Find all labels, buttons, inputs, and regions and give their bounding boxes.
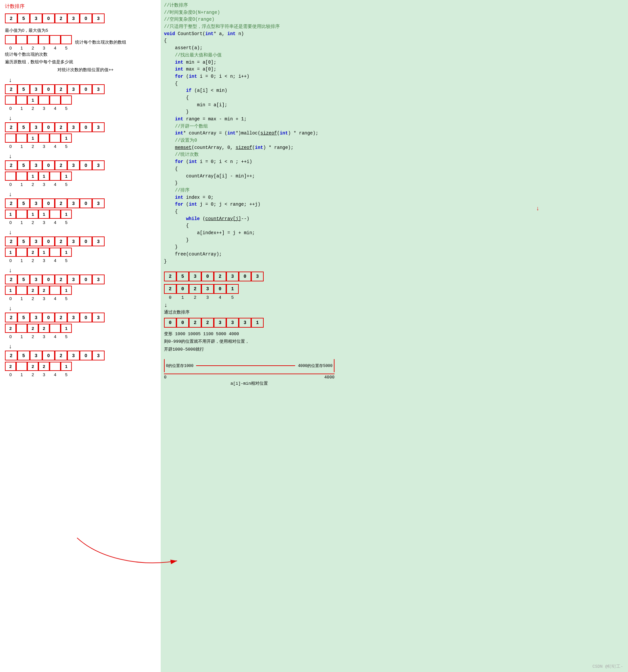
code-line-7: //找出最大值和最小值 [164, 52, 625, 59]
chart-x-label: a[i]-min相对位置 [164, 380, 335, 386]
note-line-1: 则0-999的位置就不用开辟，使用相对位置， [164, 338, 625, 345]
chart-x-4000: 4000 [324, 375, 335, 380]
step6-section: ↓ 2 5 3 0 2 3 0 3 1 2 2 1 0 1 [5, 267, 156, 301]
code-line-32: int index = 0; [164, 194, 625, 201]
code-line-13: if (a[i] < min) [164, 87, 625, 94]
chart-label-right: 4000的位置存5000 [298, 363, 333, 369]
final-count-index: 0 1 2 3 4 5 [164, 295, 625, 300]
sorted-result-row: 0 0 2 2 3 3 3 1 [164, 318, 625, 328]
step1-main-row: 2 5 3 0 2 3 0 3 [5, 84, 156, 94]
ce-1 [16, 35, 27, 44]
initial-array-section: 2 5 3 0 2 3 0 3 [5, 14, 156, 23]
code-line-41: } [164, 258, 625, 265]
code-line-12: { [164, 80, 625, 88]
step4-count-row: 1 1 1 1 [5, 210, 156, 219]
step5-count-row: 1 2 1 1 [5, 248, 156, 257]
step5-section: ↓ 2 5 3 0 2 3 0 3 1 2 1 1 0 1 [5, 229, 156, 263]
code-line-4: void CountSort(int* a, int n) [164, 30, 625, 38]
idx-2: 2 [27, 46, 39, 50]
arrow-down-3: ↓ [9, 153, 156, 160]
code-line-6: assert(a); [164, 45, 625, 52]
code-line-5: { [164, 38, 625, 45]
arrow-down-6: ↓ [9, 267, 156, 274]
step1-section: ↓ 2 5 3 0 2 3 0 3 1 0 1 [5, 77, 156, 111]
idx-1: 1 [16, 46, 27, 50]
title-section: 计数排序 [5, 3, 156, 9]
step5-main-row: 2 5 3 0 2 3 0 3 [5, 237, 156, 246]
stat-label: 统计每个数出现的次数 [5, 51, 156, 58]
arrow-down-7: ↓ [9, 305, 156, 312]
code-line-36: { [164, 222, 625, 230]
code-line-16: } [164, 109, 625, 116]
stat-desc3: 对统计次数的数组位置的值++ [57, 67, 156, 73]
code-line-1: //时间复杂度O(N+range) [164, 9, 625, 17]
step7-section: ↓ 2 5 3 0 2 3 0 3 2 2 2 1 0 1 [5, 305, 156, 339]
main-container: 计数排序 2 5 3 0 2 3 0 3 最小值为0，最大值为5 [0, 0, 628, 672]
code-line-35: while (countArray[j]--) [164, 215, 625, 223]
arr-4: 2 [55, 14, 67, 23]
step8-index-row: 0 1 2 3 4 5 [5, 372, 156, 377]
idx-3: 3 [39, 46, 50, 50]
chart-x-0: 0 [164, 375, 167, 380]
chart-label-left: 0的位置存1000 [166, 363, 193, 369]
code-line-22: //设置为0 [164, 137, 625, 144]
code-line-34: { [164, 208, 625, 215]
step7-index-row: 0 1 2 3 4 5 [5, 334, 156, 339]
ce-2 [27, 35, 39, 44]
code-line-26: for (int i = 0; i < n ; ++i) [164, 159, 625, 166]
arr-5: 3 [67, 14, 80, 23]
note-line-0: 变形 1000 10005 1100 5000 4000 [164, 331, 625, 337]
step3-count-row: 1 1 1 [5, 171, 156, 181]
code-line-27: { [164, 166, 625, 173]
code-line-9: int max = a[0]; [164, 66, 625, 73]
code-line-38: } [164, 237, 625, 244]
arrow-down-4: ↓ [9, 191, 156, 198]
code-line-37: a[index++] = j + min; [164, 230, 625, 237]
step3-section: ↓ 2 5 3 0 2 3 0 3 1 1 1 0 1 [5, 153, 156, 187]
arr-1: 5 [17, 14, 30, 23]
code-line-23: memset(countArray, 0, sizeof(int) * rang… [164, 144, 625, 151]
code-line-3: //只适用于整型，浮点型和字符串还是需要使用比较排序 [164, 23, 625, 30]
code-line-19: //开辟一个数组 [164, 123, 625, 130]
step6-main-row: 2 5 3 0 2 3 0 3 [5, 274, 156, 284]
step4-index-row: 0 1 2 3 4 5 [5, 220, 156, 225]
code-section: //计数排序 //时间复杂度O(N+range) //空间复杂度O(range)… [164, 2, 625, 265]
code-line-2: //空间复杂度O(range) [164, 16, 625, 23]
stat-desc2: 遍历原数组，数组中每个值是多少就 [5, 59, 156, 65]
code-line-20: int* countArray = (int*)malloc(sizeof(in… [164, 130, 625, 137]
count-index-row: 0 1 2 3 4 5 [5, 46, 72, 50]
code-line-8: int min = a[0]; [164, 59, 625, 66]
arr-6: 0 [80, 14, 92, 23]
step4-section: ↓ 2 5 3 0 2 3 0 3 1 1 1 1 0 1 [5, 191, 156, 225]
code-line-14: { [164, 94, 625, 102]
code-line-29: } [164, 180, 625, 187]
sorted-arr-row: 2 5 3 0 2 3 0 3 [164, 271, 625, 281]
arrow-down-8: ↓ [9, 343, 156, 350]
code-line-31: //排序 [164, 187, 625, 194]
ce-5 [61, 35, 72, 44]
right-panel: //计数排序 //时间复杂度O(N+range) //空间复杂度O(range)… [161, 0, 628, 672]
step2-index-row: 0 1 2 3 4 5 [5, 144, 156, 149]
count-empty-section: 0 1 2 3 4 5 统计每个数出现次数的数组 统计每个数出现的次数 遍历原数… [5, 35, 156, 73]
code-line-40: free(countArray); [164, 251, 625, 258]
left-title: 计数排序 [5, 3, 156, 9]
right-bottom-section: 2 5 3 0 2 3 0 3 2 0 2 3 0 1 0 1 2 [164, 269, 625, 386]
step4-main-row: 2 5 3 0 2 3 0 3 [5, 198, 156, 208]
stat-desc1: 统计每个数出现次数的数组 [75, 39, 126, 46]
code-line-0: //计数排序 [164, 2, 625, 9]
code-line-11: for (int i = 0; i < n; i++) [164, 73, 625, 80]
arrow-down-result: ↓ [164, 302, 625, 309]
step7-main-row: 2 5 3 0 2 3 0 3 [5, 313, 156, 322]
arr-2: 3 [30, 14, 42, 23]
step2-section: ↓ 2 5 3 0 2 3 0 3 1 1 0 1 [5, 115, 156, 149]
ce-0 [5, 35, 16, 44]
code-line-18: int range = max - min + 1; [164, 116, 625, 123]
note-line-2: 开辟1000-5000就行 [164, 346, 625, 353]
code-line-28: countArray[a[i] - min]++; [164, 173, 625, 180]
step1-count-row: 1 [5, 95, 156, 105]
code-line-39: } [164, 244, 625, 251]
arr-7: 3 [92, 14, 105, 23]
count-empty-row [5, 35, 72, 44]
step3-index-row: 0 1 2 3 4 5 [5, 182, 156, 187]
arrow-down-2: ↓ [9, 115, 156, 122]
